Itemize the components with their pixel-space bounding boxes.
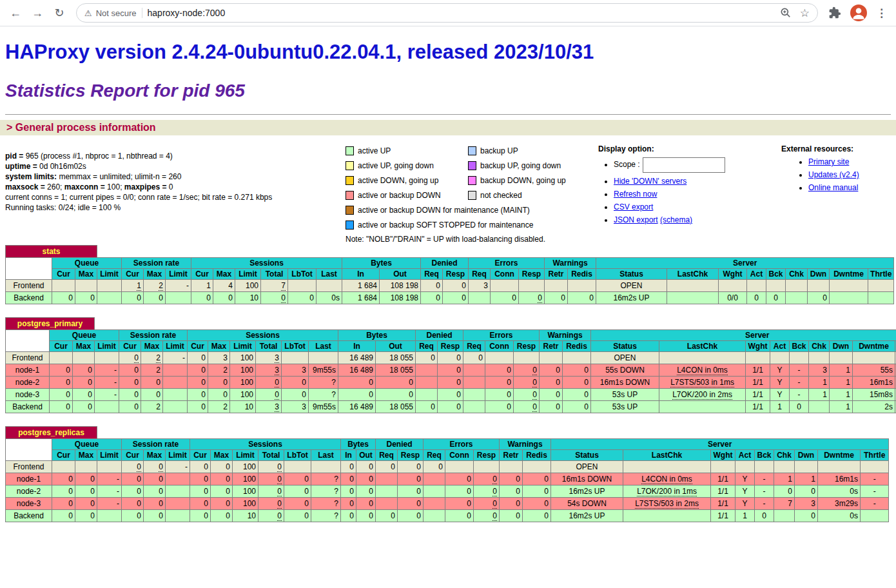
column-header: Resp: [514, 341, 540, 352]
legend-item: active or backup DOWN for maintenance (M…: [346, 206, 530, 215]
column-header: Wght: [711, 450, 735, 461]
security-badge[interactable]: ⚠ Not secure: [84, 8, 137, 18]
display-option-link[interactable]: (schema): [660, 215, 692, 224]
cell-cur: 0: [122, 461, 144, 473]
cell-limit: [166, 485, 190, 498]
column-group-header: Sessions: [191, 258, 342, 269]
column-header: Limit: [97, 450, 122, 461]
external-resource-link[interactable]: Updates (v2.4): [808, 170, 859, 179]
cell-bck: -: [790, 364, 809, 377]
forward-button[interactable]: →: [27, 3, 48, 23]
bookmark-star-icon[interactable]: ☆: [800, 6, 810, 20]
cell-resp: 0: [443, 280, 469, 292]
cell-limit: 10: [235, 292, 261, 304]
external-resource-link[interactable]: Primary site: [808, 157, 849, 166]
process-info-line: maxsock = 260; maxconn = 100; maxpipes =…: [5, 182, 346, 192]
cell-max: 2: [144, 280, 166, 292]
column-header: Cur: [52, 269, 75, 280]
legend-label: backup UP: [480, 146, 518, 155]
cell-lastchk: [659, 352, 746, 364]
cell-cur: 0: [122, 485, 144, 498]
cell-limit: 100: [230, 377, 256, 389]
external-resources-heading: External resources:: [781, 142, 891, 153]
cell-out: 18 055: [376, 352, 416, 364]
cell-resp: 0: [438, 401, 463, 413]
cell-total: 7: [261, 280, 288, 292]
column-header: LastChk: [667, 269, 719, 280]
cell-conn: 0: [445, 473, 474, 485]
cell-cur: 0: [50, 377, 73, 389]
cell-last: ?: [309, 389, 338, 401]
column-header: Status: [551, 450, 623, 461]
cell-cur: 0: [188, 377, 208, 389]
column-header: LbTot: [288, 269, 317, 280]
cell-dwntme: 16m1s: [853, 377, 895, 389]
scope-input[interactable]: [643, 157, 725, 173]
proxy-name-link[interactable]: postgres_primary: [17, 319, 83, 328]
cell-req: [424, 485, 445, 498]
display-option-link[interactable]: CSV export: [614, 202, 653, 211]
row-label: node-1: [6, 473, 52, 485]
external-resource-link[interactable]: Online manual: [808, 183, 858, 192]
table-row-backend: Backend00000010000s1 684108 19800000016m…: [6, 292, 894, 304]
back-button[interactable]: ←: [5, 3, 26, 23]
cell-req: [416, 377, 438, 389]
cell-wght: 0/0: [719, 292, 747, 304]
cell-cur: 0: [50, 401, 73, 413]
zoom-icon[interactable]: [779, 6, 792, 19]
cell-dwn: [830, 352, 853, 364]
cell-conn: 0: [445, 485, 474, 498]
cell-status: 16m2s UP: [596, 292, 667, 304]
cell-max: 0: [75, 498, 97, 510]
cell-cur: 0: [122, 510, 144, 522]
cell-resp: 0: [438, 352, 463, 364]
column-header: Resp: [474, 450, 500, 461]
column-header: Limit: [235, 269, 261, 280]
legend-label: active DOWN, going up: [358, 176, 438, 185]
cell-req: 0: [421, 280, 443, 292]
display-option-link[interactable]: JSON export: [614, 215, 658, 224]
column-header: Last: [317, 269, 342, 280]
cell-out: 0: [356, 510, 376, 522]
cell-chk: 0: [774, 485, 795, 498]
column-group-header: Server: [591, 330, 896, 341]
column-header: Max: [208, 341, 230, 352]
cell-lastchk: L4CON in 0ms: [659, 364, 746, 377]
cell-wght: 1/1: [746, 377, 770, 389]
address-bar[interactable]: ⚠ Not secure haproxy-node:7000 ☆: [76, 3, 818, 23]
display-option-link[interactable]: Hide 'DOWN' servers: [614, 177, 687, 186]
page-title: HAProxy version 2.4.24-0ubuntu0.22.04.1,…: [5, 41, 891, 64]
legend-item: backup UP: [468, 146, 518, 155]
cell-lbtot: [288, 280, 317, 292]
cell-chk: 1: [774, 473, 795, 485]
column-header: Dwntme: [830, 269, 868, 280]
cell-redis: 0: [523, 498, 551, 510]
display-option-link[interactable]: Refresh now: [614, 190, 657, 199]
cell-max: 0: [144, 292, 166, 304]
cell-cur: 0: [119, 389, 141, 401]
legend-row: active or backup SOFT STOPPED for mainte…: [346, 217, 598, 232]
extensions-icon[interactable]: [828, 6, 841, 19]
cell-cur: 0: [190, 473, 211, 485]
column-header: Max: [213, 269, 235, 280]
proxy-name-link[interactable]: stats: [43, 247, 61, 256]
menu-icon[interactable]: ⋮: [876, 6, 887, 20]
cell-limit: [163, 377, 188, 389]
cell-in: 0: [341, 510, 356, 522]
cell-conn: 0: [445, 510, 474, 522]
cell-act: Y: [770, 364, 790, 377]
cell-out: 0: [356, 485, 376, 498]
column-header: Total: [261, 269, 288, 280]
cell-req: 0: [376, 510, 398, 522]
cell-max: 0: [208, 389, 230, 401]
cell-cur: 1: [191, 280, 213, 292]
profile-avatar[interactable]: [850, 5, 867, 21]
reload-button[interactable]: ↻: [49, 3, 70, 23]
column-header: Wght: [719, 269, 747, 280]
column-header: Cur: [122, 450, 144, 461]
cell-lbtot: [284, 461, 311, 473]
cell-act: Y: [735, 485, 755, 498]
cell-bck: 0: [766, 292, 786, 304]
cell-req: 0: [463, 352, 485, 364]
proxy-name-link[interactable]: postgres_replicas: [18, 428, 84, 437]
